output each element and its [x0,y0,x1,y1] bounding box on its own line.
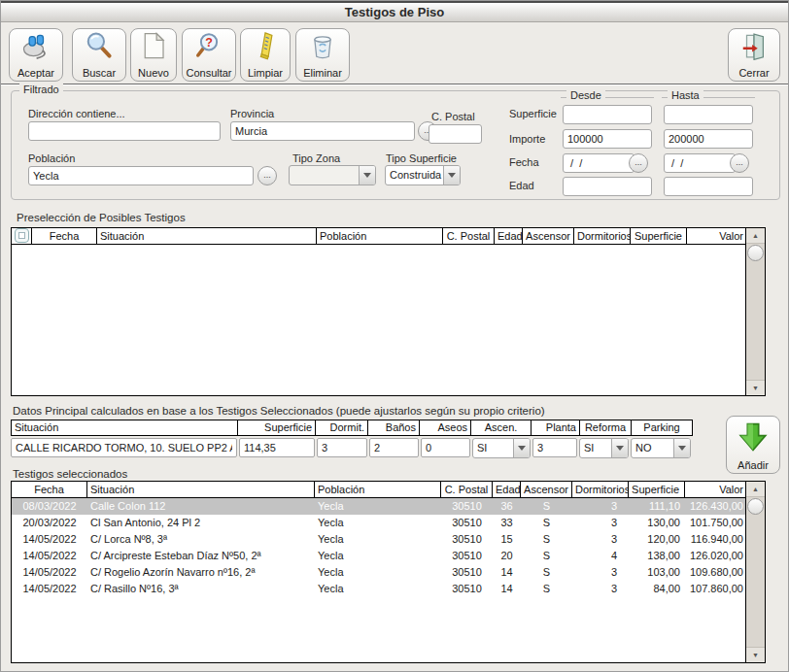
select-all-checkbox[interactable] [12,228,32,244]
datos-superficie-input[interactable] [239,438,315,457]
eliminar-button[interactable]: Eliminar [295,28,350,82]
preseleccion-header-fecha[interactable]: Fecha [32,228,97,244]
datos-header-row: Situación Superficie Dormit. Baños Aseos… [11,420,693,436]
table-row[interactable]: 08/03/2022 Calle Colon 112 Yecla 30510 3… [12,498,745,515]
anadir-button[interactable]: Añadir [726,416,780,474]
datos-dormitorios-input[interactable] [317,438,367,457]
scroll-up-icon[interactable]: ▲ [746,482,765,497]
cell-fecha: 14/05/2022 [12,581,87,597]
importe-hasta-input[interactable] [664,129,753,149]
seleccionados-header-dormitorios[interactable]: Dormitorios [572,482,629,497]
window-title: Testigos de Piso [345,5,444,19]
tipo-zona-select[interactable] [289,165,376,185]
cell-cpostal: 30510 [441,564,493,581]
seleccionados-header-valor[interactable]: Valor [685,482,745,497]
datos-situacion-input[interactable] [11,438,237,457]
tipo-superficie-dropdown-icon[interactable] [443,166,460,185]
superficie-desde-input[interactable] [563,105,652,124]
fecha-desde-input[interactable] [563,153,635,173]
buscar-button[interactable]: Buscar [72,28,126,82]
poblacion-lookup-button[interactable]: ... [257,166,277,185]
preseleccion-header-dormitorios[interactable]: Dormitorios [574,228,631,244]
parking-dropdown-icon[interactable] [673,439,690,457]
cell-ascensor: S [521,564,572,581]
reforma-dropdown-icon[interactable] [611,439,628,457]
table-row[interactable]: 14/05/2022 C/ Lorca Nº8, 3ª Yecla 30510 … [12,531,745,548]
preseleccion-scrollbar[interactable]: ▲ ▼ [745,228,765,395]
datos-ascensor-select[interactable]: SI [472,438,531,458]
seleccionados-header-edad[interactable]: Edad [493,482,521,497]
preseleccion-header-situacion[interactable]: Situación [97,228,317,244]
scroll-down-icon[interactable]: ▼ [746,647,765,662]
datos-reforma-select[interactable]: SI [579,438,629,458]
cell-valor: 116.940,00 [685,531,745,548]
datos-header-superficie: Superficie [238,420,316,435]
preseleccion-header-edad[interactable]: Edad [495,228,523,244]
scroll-down-icon[interactable]: ▼ [746,380,765,395]
fecha-desde-calendar-button[interactable]: ... [629,153,648,173]
ascensor-dropdown-icon[interactable] [513,439,530,457]
provincia-label: Provincia [230,108,274,119]
preseleccion-header-cpostal[interactable]: C. Postal [443,228,495,244]
cpostal-input[interactable] [429,124,482,144]
datos-planta-input[interactable] [532,438,577,457]
datos-header-aseos: Aseos [420,420,471,435]
cell-dormitorios: 3 [572,515,629,531]
preseleccion-header-ascensor[interactable]: Ascensor [523,228,574,244]
seleccionados-header-poblacion[interactable]: Población [315,482,441,497]
superficie-hasta-input[interactable] [664,105,753,124]
seleccionados-scrollbar[interactable]: ▲ ▼ [745,482,765,662]
preseleccion-header-superficie[interactable]: Superficie [631,228,687,244]
consultar-button[interactable]: ? Consultar [182,28,236,82]
poblacion-input[interactable] [28,166,254,185]
tipo-superficie-select[interactable]: Construida [385,165,461,185]
table-row[interactable]: 14/05/2022 C/ Rasillo Nº16, 3ª Yecla 305… [12,581,745,597]
mouse-icon [10,31,62,60]
cell-dormitorios: 3 [572,531,629,548]
preseleccion-header-poblacion[interactable]: Población [317,228,443,244]
edad-hasta-input[interactable] [664,177,753,196]
datos-aseos-input[interactable] [421,438,470,457]
superficie-rango-label: Superficie [509,108,557,119]
cell-superficie: 84,00 [629,581,685,597]
direccion-label: Dirección contiene... [28,108,125,119]
cell-superficie: 103,00 [629,564,685,581]
preseleccion-title: Preselección de Posibles Testigos [17,212,186,223]
seleccionados-header-superficie[interactable]: Superficie [629,482,685,497]
seleccionados-header-situacion[interactable]: Situación [87,482,315,497]
seleccionados-header-ascensor[interactable]: Ascensor [521,482,572,497]
fecha-rango-label: Fecha [509,156,539,168]
provincia-input[interactable] [230,121,415,141]
seleccionados-table: Fecha Situación Población C. Postal Edad… [11,481,766,663]
direccion-input[interactable] [28,121,221,141]
datos-parking-select[interactable]: NO [631,438,691,458]
tipo-zona-dropdown-icon[interactable] [359,166,375,185]
scrollbar-thumb[interactable] [747,498,764,515]
edad-desde-input[interactable] [563,177,652,196]
seleccionados-header-fecha[interactable]: Fecha [12,482,87,497]
scrollbar-thumb[interactable] [747,245,764,261]
testigos-de-piso-window: Testigos de Piso Aceptar Buscar [0,0,789,672]
fecha-hasta-input[interactable] [664,153,736,173]
datos-header-reforma: Reforma [580,420,632,435]
aceptar-button[interactable]: Aceptar [9,28,63,82]
scroll-up-icon[interactable]: ▲ [746,228,765,244]
table-row[interactable]: 14/05/2022 C/ Rogelio Azorín Navarro nº1… [12,564,745,581]
importe-desde-input[interactable] [563,129,652,149]
title-bar: Testigos de Piso [1,1,788,22]
table-row[interactable]: 14/05/2022 C/ Arcipreste Esteban Díaz Nº… [12,548,745,564]
cell-poblacion: Yecla [315,548,441,564]
datos-banos-input[interactable] [369,438,419,457]
cell-superficie: 138,00 [629,548,685,564]
anadir-label: Añadir [738,458,769,473]
preseleccion-header-valor[interactable]: Valor [687,228,745,244]
green-down-arrow-icon [727,420,779,454]
table-row[interactable]: 20/03/2022 Cl San Antonio, 24 Pl 2 Yecla… [12,515,745,531]
nuevo-button[interactable]: Nuevo [130,28,177,82]
cerrar-button[interactable]: Cerrar [728,28,780,82]
seleccionados-header-cpostal[interactable]: C. Postal [441,482,493,497]
cell-cpostal: 30510 [441,531,493,548]
fecha-hasta-calendar-button[interactable]: ... [730,153,749,173]
limpiar-button[interactable]: Limpiar [240,28,291,82]
cell-valor: 109.680,00 [685,564,745,581]
